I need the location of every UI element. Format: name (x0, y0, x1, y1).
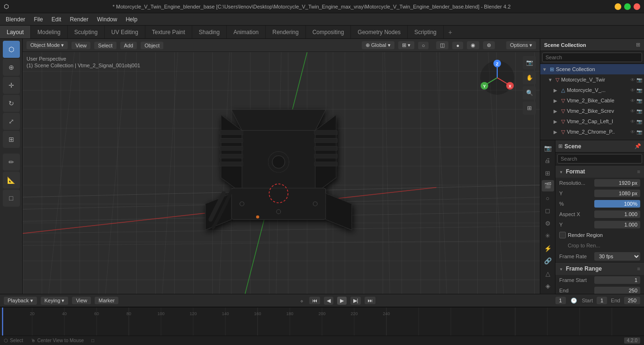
tab-rendering[interactable]: Rendering (266, 26, 305, 38)
viewport-shading-material[interactable]: ◉ (467, 41, 479, 49)
menu-edit[interactable]: Edit (48, 15, 65, 24)
tool-add-cube[interactable]: □ (3, 190, 20, 207)
frame-end-value[interactable]: 250 (594, 287, 640, 294)
marker-btn[interactable]: Marker (95, 297, 118, 304)
tool-transform[interactable]: ⊞ (3, 131, 20, 148)
outliner-item-2[interactable]: ▶ ▽ Vtme_2_Bike_Cable 👁 📷 (540, 95, 644, 106)
resolution-x-value[interactable]: 1920 px (594, 179, 640, 187)
viewport-shading-wire[interactable]: ◫ (436, 41, 448, 49)
tab-add-button[interactable]: + (444, 27, 457, 38)
outliner-item-3[interactable]: ▶ ▽ Vtme_2_Bike_Screv 👁 📷 (540, 106, 644, 116)
prop-tab-constraints[interactable]: 🔗 (542, 255, 554, 267)
aspect-y-value[interactable]: 1.000 (594, 221, 640, 228)
prop-tab-world[interactable]: ○ (542, 192, 554, 204)
prop-tab-view-layer[interactable]: ⊞ (542, 167, 554, 179)
outliner-item-1[interactable]: ▶ △ Motorcycle_V_... 👁 📷 (540, 85, 644, 95)
minimize-button[interactable] (615, 3, 621, 10)
add-menu[interactable]: Add (120, 42, 137, 49)
props-pin-icon[interactable]: 📌 (635, 143, 641, 149)
outliner-item-0[interactable]: ▼ ▽ Motorcycle_V_Twir 👁 📷 (540, 74, 644, 85)
vp-tool-hand[interactable]: ✋ (523, 71, 536, 84)
tab-shading[interactable]: Shading (192, 26, 227, 38)
frame-start-value[interactable]: 1 (594, 276, 640, 284)
prev-frame[interactable]: ◀ (324, 297, 333, 305)
frame-rate-dropdown[interactable]: 30 fps 24 fps 60 fps (594, 252, 640, 261)
frame-clock-icon: 🕐 (570, 298, 578, 304)
tab-uv-editing[interactable]: UV Editing (105, 26, 145, 38)
tab-modeling[interactable]: Modeling (31, 26, 68, 38)
object-mode-dropdown[interactable]: Object Mode ▾ (27, 41, 68, 49)
keying-btn[interactable]: Keying ▾ (41, 297, 69, 305)
keyframe-icon[interactable]: ⬦ (298, 297, 305, 304)
prop-tab-render[interactable]: 📷 (542, 142, 554, 154)
viewport-shading-render[interactable]: ⊛ (483, 41, 495, 49)
playback-btn[interactable]: Playback ▾ (4, 297, 37, 305)
collection-icon: ⊞ (550, 66, 554, 73)
resolution-percent-value[interactable]: 100% (594, 200, 640, 208)
proportional-edit[interactable]: ○ (418, 42, 429, 49)
close-button[interactable] (634, 3, 640, 10)
play-button[interactable]: ▶ (337, 297, 347, 305)
aspect-x-value[interactable]: 1.000 (594, 210, 640, 218)
select-menu[interactable]: Select (94, 42, 116, 49)
render-region-label[interactable]: Render Region (568, 232, 603, 238)
prop-tab-object[interactable]: ◻ (542, 205, 554, 217)
start-frame[interactable]: 1 (597, 297, 607, 304)
render-region-checkbox[interactable] (559, 232, 566, 238)
resolution-y-value[interactable]: 1080 px (594, 190, 640, 197)
prop-tab-data[interactable]: △ (542, 268, 554, 280)
view-btn[interactable]: View (72, 297, 91, 304)
frame-range-list-icon[interactable]: ≡ (637, 266, 640, 272)
format-section-header[interactable]: Format ≡ (555, 165, 644, 178)
menu-file[interactable]: File (30, 15, 46, 24)
tool-measure[interactable]: 📐 (3, 172, 20, 189)
outliner-item-4[interactable]: ▶ ▽ Vtme_2_Cap_Left_I 👁 📷 (540, 116, 644, 127)
object-menu[interactable]: Object (141, 42, 163, 49)
pivot-dropdown[interactable]: ⊞ ▾ (398, 41, 414, 49)
format-list-icon[interactable]: ≡ (637, 169, 640, 174)
tab-texture-paint[interactable]: Texture Paint (145, 26, 192, 38)
tab-layout[interactable]: Layout (0, 26, 31, 38)
prop-tab-output[interactable]: 🖨 (542, 155, 554, 167)
vp-tool-zoom[interactable]: 🔍 (523, 86, 536, 100)
next-frame[interactable]: ▶| (350, 297, 361, 305)
jump-to-start[interactable]: ⏮ (309, 297, 320, 304)
frame-range-header[interactable]: Frame Range ≡ (555, 263, 644, 275)
props-search-input[interactable] (557, 154, 642, 163)
prop-tab-material[interactable]: ◈ (542, 281, 554, 292)
item-name-2: Vtme_2_Bike_Cable (567, 98, 614, 103)
outliner-item-scene[interactable]: ▼ ⊞ Scene Collection (540, 64, 644, 74)
vp-tool-camera[interactable]: 📷 (523, 56, 536, 69)
tool-cursor[interactable]: ⊕ (3, 59, 20, 76)
outliner-item-5[interactable]: ▶ ▽ Vtme_2_Chrome_P.. 👁 📷 (540, 127, 644, 137)
tab-compositing[interactable]: Compositing (306, 26, 351, 38)
viewport-shading-solid[interactable]: ● (452, 42, 463, 49)
vp-tool-grid[interactable]: ⊞ (523, 101, 536, 115)
outliner-search-input[interactable] (542, 53, 642, 62)
options-button[interactable]: Options ▾ (506, 41, 536, 49)
tool-select[interactable]: ⬡ (3, 41, 20, 58)
menu-help[interactable]: Help (122, 15, 141, 24)
tab-animation[interactable]: Animation (227, 26, 266, 38)
prop-tab-scene[interactable]: 🎬 (542, 180, 554, 192)
end-frame[interactable]: 250 (624, 297, 640, 304)
menu-window[interactable]: Window (93, 15, 121, 24)
global-dropdown[interactable]: ⊕ Global ▾ (362, 41, 394, 49)
tool-rotate[interactable]: ↻ (3, 95, 20, 112)
menu-render[interactable]: Render (66, 15, 92, 24)
tab-geometry-nodes[interactable]: Geometry Nodes (351, 26, 408, 38)
prop-tab-physics[interactable]: ⚡ (542, 243, 554, 254)
view-menu[interactable]: View (72, 42, 90, 49)
tab-scripting[interactable]: Scripting (408, 26, 444, 38)
prop-tab-modifier[interactable]: ⚙ (542, 218, 554, 229)
menu-blender[interactable]: Blender (2, 15, 29, 24)
outliner-toggle[interactable]: ⊞ (636, 42, 640, 48)
tool-move[interactable]: ✛ (3, 77, 20, 94)
tool-scale[interactable]: ⤢ (3, 113, 20, 130)
prop-tab-particles[interactable]: ✳ (542, 230, 554, 242)
current-frame[interactable]: 1 (555, 297, 566, 304)
tool-annotate[interactable]: ✏ (3, 154, 20, 171)
tab-sculpting[interactable]: Sculpting (68, 26, 105, 38)
maximize-button[interactable] (624, 3, 631, 10)
jump-to-end[interactable]: ⏭ (365, 297, 376, 304)
